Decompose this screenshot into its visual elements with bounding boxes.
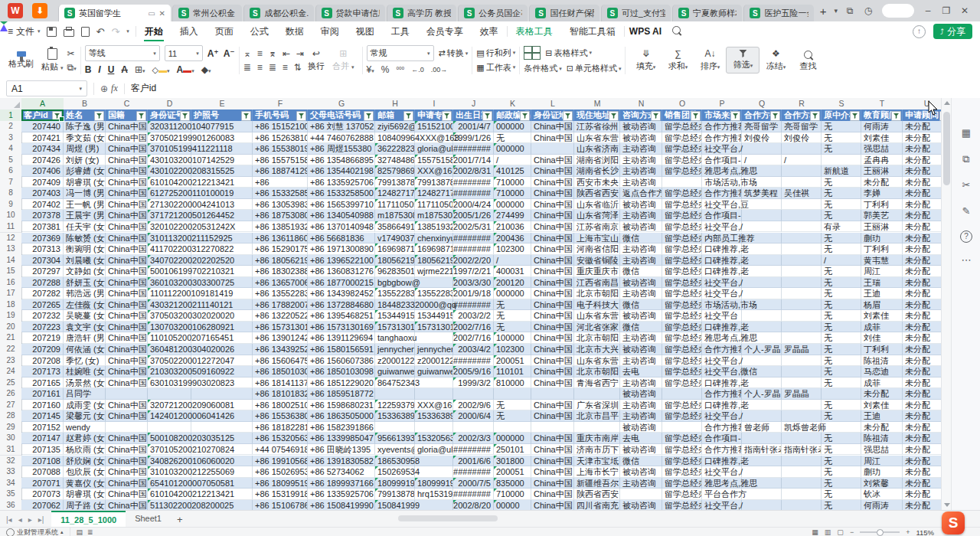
row-header-10[interactable]: 10 — [0, 210, 22, 222]
new-tab-button[interactable]: + — [815, 5, 831, 18]
cell[interactable]: +86 13220522 — [253, 310, 308, 322]
cell[interactable]: 108409964XXX@163. — [375, 132, 415, 144]
cell[interactable]: China中国 — [531, 199, 574, 211]
column-header-N[interactable]: N — [620, 98, 663, 110]
cell[interactable] — [148, 388, 191, 400]
cell[interactable] — [494, 388, 531, 400]
cell[interactable]: China中国 — [106, 288, 148, 299]
cell[interactable]: 207403 — [21, 188, 64, 199]
cell[interactable]: 370105200210270824 — [148, 444, 191, 456]
cell[interactable] — [782, 177, 822, 188]
cell[interactable]: 310103200212255069 — [148, 466, 191, 478]
cell[interactable]: 110112200109181419 — [148, 288, 191, 299]
cell[interactable]: 新疆维吾尔 — [574, 478, 620, 489]
cell[interactable]: +86 1354402198 — [308, 165, 375, 177]
cell[interactable]: 未分配 — [861, 422, 903, 433]
cell[interactable]: China中国 — [531, 322, 574, 333]
cell[interactable] — [742, 143, 782, 155]
cell[interactable] — [531, 388, 574, 400]
cell[interactable]: 山东省临沂 — [574, 199, 620, 211]
cell[interactable]: China中国 — [106, 433, 148, 444]
cell[interactable]: 无 — [822, 466, 861, 478]
menu-item-公式[interactable]: 公式 — [242, 22, 277, 41]
number-format-select[interactable]: 常规▾ — [367, 45, 434, 61]
cell[interactable]: 文静如 (女 — [64, 266, 106, 277]
cell[interactable]: China中国 — [106, 255, 148, 266]
cell[interactable]: 无 — [822, 121, 861, 132]
cell[interactable] — [574, 388, 620, 400]
cell[interactable]: 610104200212213421 — [148, 489, 191, 500]
cell[interactable]: 无 — [822, 444, 861, 456]
cell[interactable]: 黄韦慧 — [861, 255, 903, 266]
cell[interactable]: 刘俊伶 — [782, 132, 822, 144]
row-header-7[interactable]: 7 — [0, 177, 22, 189]
cell[interactable]: 207073 — [21, 489, 64, 500]
cell[interactable] — [782, 500, 822, 510]
table-row[interactable]: 207402王一帆 (男China中国271302200004241013+86… — [21, 199, 951, 211]
file-menu[interactable]: ≡ 文件 ▾ — [8, 25, 41, 38]
help-icon[interactable]: ? — [952, 230, 980, 243]
cell[interactable]: 被动咨询 — [620, 466, 662, 478]
account-pill[interactable] — [882, 4, 914, 18]
cell[interactable]: 无 — [822, 210, 861, 221]
cell[interactable]: 留学总经办 — [662, 355, 702, 367]
quick-access-chevron-icon[interactable]: ▾ — [126, 28, 129, 34]
cell[interactable]: 主动咨询 — [620, 177, 662, 188]
row-header-33[interactable]: 33 — [0, 466, 22, 479]
cell[interactable] — [531, 422, 574, 433]
cell[interactable]: 留学总经办 — [662, 121, 702, 132]
cell[interactable]: 舒欣娴 (女 — [64, 456, 106, 467]
bold-button[interactable]: B — [85, 64, 92, 75]
cell[interactable]: 207223 — [21, 322, 64, 333]
cell[interactable]: 广东省深圳 — [574, 400, 620, 411]
cell[interactable]: China中国 — [531, 165, 574, 177]
table-row[interactable]: 207161吕同学+86 18101832+86 1859518772被动咨询合… — [21, 388, 951, 400]
cell[interactable]: 马恋迪 — [861, 366, 903, 377]
cell[interactable] — [782, 456, 822, 467]
close-tab-icon[interactable]: ✕ — [159, 9, 165, 18]
menu-item-插入[interactable]: 插入 — [172, 22, 207, 41]
table-row[interactable]: 207378王晨宇 (男China中国371721200501264452+86… — [21, 210, 951, 221]
cell[interactable]: 200051 — [494, 355, 531, 367]
cell[interactable]: 北京市朝阳 — [574, 366, 620, 377]
cell[interactable]: China中国 — [531, 288, 574, 299]
filter-dropdown-icon[interactable] — [296, 111, 306, 121]
cell[interactable]: 唐浩轩 (男 — [64, 332, 106, 344]
column-header-G[interactable]: G — [308, 98, 376, 110]
cell[interactable]: +86 52734062 — [308, 466, 375, 478]
cell[interactable] — [191, 388, 253, 400]
cell[interactable]: China中国 — [106, 444, 148, 456]
cell[interactable]: 207232 — [21, 310, 64, 322]
table-row[interactable]: 207304刘晨曦 (女China中国340702200202202520+86… — [21, 255, 951, 266]
cell[interactable]: 124827175 — [375, 188, 415, 199]
cell[interactable]: 207381 — [21, 221, 64, 233]
cell[interactable]: 留学总经办 — [662, 255, 702, 266]
cell[interactable]: ######## — [453, 444, 494, 456]
doc-tab[interactable]: S医护五险一金.xlsx — [743, 5, 813, 21]
cell[interactable] — [574, 422, 620, 433]
table-row[interactable]: 207152wendy+86 18182281+86 1582391866被动咨… — [21, 422, 951, 433]
cell[interactable]: 被动咨询 — [620, 388, 662, 400]
cell[interactable]: 207297 — [21, 266, 64, 277]
column-header-C[interactable]: C — [106, 98, 149, 110]
prev-sheet-icon[interactable]: ◂ — [15, 515, 25, 524]
cell[interactable]: 207440 — [21, 121, 64, 132]
cell[interactable]: 留学总经办 — [662, 165, 702, 177]
column-header-L[interactable]: L — [531, 98, 575, 110]
cell[interactable] — [742, 355, 782, 367]
cell[interactable]: +86 18302388 — [253, 266, 308, 277]
cell[interactable]: 留学总经办 — [662, 243, 702, 255]
cell[interactable]: 207421 — [21, 132, 64, 144]
table-row[interactable]: 207403冯一博 (男China中国612725200110100019+86… — [21, 188, 951, 199]
doc-tab[interactable]: S常州公积金 .xlsx — [172, 5, 242, 21]
cell[interactable]: 口碑推荐,老 — [702, 243, 742, 255]
cell[interactable]: 207282 — [21, 288, 64, 299]
cell[interactable]: ######## — [453, 489, 494, 500]
cell[interactable]: 汤景然 (女 — [64, 377, 106, 389]
row-header-25[interactable]: 25 — [0, 377, 22, 390]
restore-button[interactable]: ❐ — [937, 5, 956, 16]
cell[interactable] — [782, 233, 822, 244]
cell[interactable]: China中国 — [106, 456, 148, 467]
row-header-27[interactable]: 27 — [0, 400, 22, 412]
cell[interactable]: 左佳薇 (女 — [64, 299, 106, 311]
